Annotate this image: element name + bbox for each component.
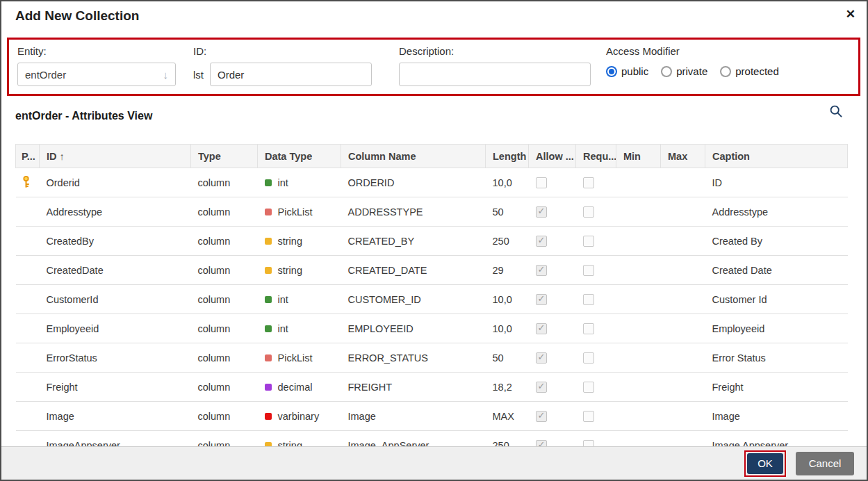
table-row[interactable]: ImageAppservercolumnstringImage_AppServe… (16, 431, 848, 447)
column-header-length[interactable]: Length (486, 145, 529, 168)
cell-primary-key (16, 343, 40, 373)
column-header-id[interactable]: ID ↑ (40, 145, 191, 168)
cell-max (661, 227, 705, 256)
required-checkbox[interactable] (583, 411, 594, 422)
column-header-requ[interactable]: Requ... (576, 145, 616, 168)
cell-type: column (191, 373, 258, 402)
table-row[interactable]: ImagecolumnvarbinaryImageMAXImage (16, 402, 848, 431)
cell-required (576, 343, 616, 373)
column-header-min[interactable]: Min (616, 145, 661, 168)
table-row[interactable]: EmployeeidcolumnintEMPLOYEEID10,0Employe… (16, 314, 848, 343)
allow-checkbox[interactable] (536, 206, 547, 218)
allow-checkbox[interactable] (536, 294, 547, 305)
cell-data-type: decimal (258, 373, 341, 402)
required-checkbox[interactable] (583, 440, 594, 446)
table-row[interactable]: CreatedDatecolumnstringCREATED_DATE29Cre… (16, 256, 848, 285)
ok-button[interactable]: OK (747, 453, 783, 474)
data-type-color-icon (265, 413, 272, 420)
cell-column-name: EMPLOYEEID (341, 314, 486, 343)
table-row[interactable]: CustomerIdcolumnintCUSTOMER_ID10,0Custom… (16, 285, 848, 314)
allow-checkbox[interactable] (536, 323, 547, 334)
required-checkbox[interactable] (583, 382, 594, 393)
required-checkbox[interactable] (583, 323, 594, 334)
description-input[interactable] (399, 63, 591, 86)
radio-circle-icon (661, 66, 672, 77)
cell-type: column (191, 168, 258, 197)
cell-required (576, 168, 616, 197)
add-new-collection-dialog: Add New Collection ✕ Entity: entOrder ↓ … (0, 0, 868, 481)
required-checkbox[interactable] (583, 294, 594, 305)
allow-checkbox[interactable] (536, 352, 547, 364)
primary-key-icon (20, 175, 32, 188)
allow-checkbox[interactable] (536, 382, 547, 393)
required-checkbox[interactable] (583, 177, 594, 188)
column-header-p[interactable]: P... (16, 145, 40, 168)
sort-ascending-icon: ↑ (57, 151, 65, 162)
required-checkbox[interactable] (583, 206, 594, 218)
id-input[interactable] (210, 63, 372, 86)
allow-checkbox[interactable] (536, 236, 547, 247)
allow-checkbox[interactable] (536, 177, 547, 188)
entity-select[interactable]: entOrder ↓ (17, 63, 176, 86)
cell-length: 250 (486, 431, 529, 447)
allow-checkbox[interactable] (536, 411, 547, 422)
cell-id: Addresstype (40, 197, 191, 227)
data-type-color-icon (265, 267, 272, 274)
cell-caption: Created By (705, 227, 848, 256)
column-header-max[interactable]: Max (661, 145, 705, 168)
required-checkbox[interactable] (583, 265, 594, 276)
cell-required (576, 431, 616, 447)
cell-required (576, 402, 616, 431)
column-header-datatype[interactable]: Data Type (258, 145, 341, 168)
table-row[interactable]: FreightcolumndecimalFREIGHT18,2Freight (16, 373, 848, 402)
attributes-table-wrap: P...ID ↑TypeData TypeColumn NameLengthAl… (15, 144, 848, 446)
attributes-view-title: entOrder - Attributes View (15, 110, 152, 122)
cell-min (616, 373, 661, 402)
cell-caption: Employeeid (705, 314, 848, 343)
close-icon[interactable]: ✕ (846, 8, 855, 20)
cell-caption: ID (705, 168, 848, 197)
table-row[interactable]: CreatedBycolumnstringCREATED_BY250Create… (16, 227, 848, 256)
cell-max (661, 285, 705, 314)
attributes-table: P...ID ↑TypeData TypeColumn NameLengthAl… (15, 144, 848, 446)
cell-primary-key (16, 314, 40, 343)
allow-checkbox[interactable] (536, 265, 547, 276)
cancel-button[interactable]: Cancel (796, 452, 854, 475)
cell-allow (529, 256, 576, 285)
entity-field-group: Entity: entOrder ↓ (17, 45, 176, 86)
cell-min (616, 343, 661, 373)
cell-allow (529, 431, 576, 447)
required-checkbox[interactable] (583, 236, 594, 247)
cell-max (661, 373, 705, 402)
allow-checkbox[interactable] (536, 440, 547, 446)
cell-primary-key (16, 285, 40, 314)
cell-primary-key (16, 431, 40, 447)
cell-allow (529, 343, 576, 373)
cell-caption: Addresstype (705, 197, 848, 227)
table-body: OrderidcolumnintORDERID10,0IDAddresstype… (16, 168, 848, 447)
dropdown-arrow-icon: ↓ (163, 69, 169, 81)
table-header-row: P...ID ↑TypeData TypeColumn NameLengthAl… (16, 145, 848, 168)
column-header-type[interactable]: Type (191, 145, 258, 168)
cell-primary-key (16, 227, 40, 256)
cell-required (576, 256, 616, 285)
column-header-allow[interactable]: Allow ... (529, 145, 576, 168)
cell-column-name: Image_AppServer (341, 431, 486, 447)
radio-option-public[interactable]: public (606, 65, 648, 77)
access-modifier-group: Access Modifier publicprivateprotected (606, 45, 779, 77)
cell-allow (529, 402, 576, 431)
cell-min (616, 314, 661, 343)
search-icon[interactable] (829, 104, 843, 118)
cell-data-type: PickList (258, 197, 341, 227)
table-row[interactable]: AddresstypecolumnPickListADDRESSTYPE50Ad… (16, 197, 848, 227)
data-type-label: string (278, 440, 302, 447)
column-header-columnname[interactable]: Column Name (341, 145, 486, 168)
table-row[interactable]: OrderidcolumnintORDERID10,0ID (16, 168, 848, 197)
cell-id: Orderid (40, 168, 191, 197)
table-row[interactable]: ErrorStatuscolumnPickListERROR_STATUS50E… (16, 343, 848, 373)
required-checkbox[interactable] (583, 352, 594, 364)
radio-option-protected[interactable]: protected (720, 65, 779, 77)
radio-option-private[interactable]: private (661, 65, 707, 77)
data-type-color-icon (265, 384, 272, 391)
column-header-caption[interactable]: Caption (705, 145, 848, 168)
